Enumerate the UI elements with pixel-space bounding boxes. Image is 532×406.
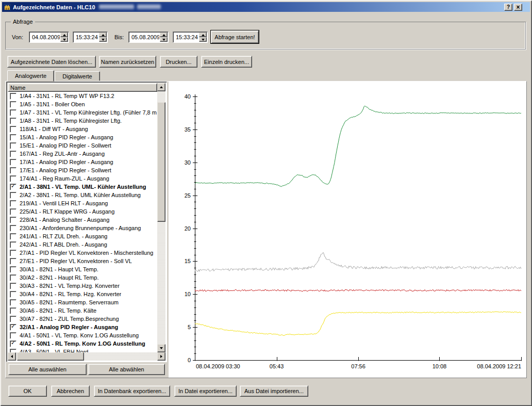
item-checkbox[interactable] bbox=[10, 200, 16, 207]
bis-date-input[interactable] bbox=[129, 33, 159, 42]
list-item[interactable]: 17/E1 - Analog PID Regler - Sollwert bbox=[8, 166, 157, 174]
item-checkbox[interactable] bbox=[10, 225, 16, 232]
von-date-spin-down-button[interactable] bbox=[60, 37, 68, 42]
list-column-header-name[interactable]: Name bbox=[8, 83, 157, 92]
close-button[interactable]: × bbox=[514, 4, 522, 11]
item-checkbox[interactable] bbox=[10, 167, 16, 174]
item-checkbox[interactable] bbox=[10, 126, 16, 133]
list-item[interactable]: 242/A1 - RLT ABL Dreh. - Ausgang bbox=[8, 240, 157, 249]
item-checkbox[interactable] bbox=[10, 159, 16, 166]
item-checkbox[interactable] bbox=[10, 142, 16, 149]
von-time-spin-up-button[interactable] bbox=[99, 33, 107, 37]
von-time-input[interactable] bbox=[74, 33, 98, 42]
list-item[interactable]: 30/A5 - 82N1 - Raumtemp. Serverraum bbox=[8, 298, 157, 306]
item-checkbox[interactable] bbox=[10, 109, 16, 116]
item-checkbox[interactable] bbox=[10, 274, 16, 281]
item-checkbox[interactable] bbox=[10, 283, 16, 289]
list-item[interactable]: 118/A1 - Diff WT - Ausgang bbox=[8, 125, 157, 133]
item-checkbox[interactable] bbox=[10, 175, 16, 182]
bis-date-spin-up-button[interactable] bbox=[160, 33, 168, 37]
vertical-scrollbar[interactable] bbox=[157, 83, 165, 352]
list-item[interactable]: 230/A1 - Anforderung Brunnenpumpe - Ausg… bbox=[8, 224, 157, 232]
export-to-database-button[interactable]: In Datenbank exportieren... bbox=[94, 385, 170, 397]
list-item[interactable]: 225/A1 - RLT Klappe WRG - Ausgang bbox=[8, 207, 157, 216]
import-from-file-button[interactable]: Aus Datei importieren... bbox=[240, 385, 308, 397]
list-item[interactable]: 30/A3 - 82N1 - VL Temp.Hzg. Konverter bbox=[8, 282, 157, 290]
print-single-button[interactable]: Einzeln drucken... bbox=[201, 56, 252, 68]
item-checkbox[interactable] bbox=[10, 184, 16, 190]
vertical-scrollbar-thumb[interactable] bbox=[157, 102, 165, 222]
item-checkbox[interactable] bbox=[10, 340, 16, 347]
scroll-left-button[interactable] bbox=[8, 352, 16, 361]
list-item[interactable]: 1/A5 - 31N1 - Boiler Oben bbox=[8, 100, 157, 108]
item-checkbox[interactable] bbox=[10, 266, 16, 273]
list-item[interactable]: 15/A1 - Analog PID Regler - Ausgang bbox=[8, 133, 157, 141]
von-date-spin-up-button[interactable] bbox=[60, 33, 68, 37]
list-item[interactable]: 30/A6 - 82N1 - RL Temp. Kälte bbox=[8, 306, 157, 315]
list-item[interactable]: 32/A1 - Analog PID Regler - Ausgang bbox=[8, 323, 157, 331]
cancel-button[interactable]: Abbrechen bbox=[51, 385, 90, 397]
list-item[interactable]: 4/A3 - 50N1 - VL FBH Nord bbox=[8, 348, 157, 352]
list-item[interactable]: 228/A1 - Analog Schalter - Ausgang bbox=[8, 216, 157, 224]
delete-recorded-data-button[interactable]: Aufgezeichnete Daten löschen... bbox=[7, 56, 96, 68]
item-checkbox[interactable] bbox=[10, 307, 16, 314]
item-checkbox[interactable] bbox=[10, 258, 16, 265]
item-checkbox[interactable] bbox=[10, 208, 16, 215]
print-button[interactable]: Drucken... bbox=[160, 56, 197, 68]
item-checkbox[interactable] bbox=[10, 324, 16, 331]
list-item[interactable]: 15/E1 - Analog PID Regler - Sollwert bbox=[8, 141, 157, 150]
item-checkbox[interactable] bbox=[10, 291, 16, 298]
export-to-file-button[interactable]: In Datei exportieren... bbox=[174, 385, 237, 397]
von-time-spin-down-button[interactable] bbox=[99, 37, 107, 42]
list-item[interactable]: 4/A2 - 50N1 - RL Temp. Konv 1.OG Ausstel… bbox=[8, 339, 157, 348]
list-item[interactable]: 167/A1 - Reg ZUL-Antr - Ausgang bbox=[8, 150, 157, 158]
list-item[interactable]: 27/E1 - PID Regler VL Konvektoren - Soll… bbox=[8, 257, 157, 265]
list-item[interactable]: 30/A4 - 82N1 - RL Temp. Hzg. Konverter bbox=[8, 290, 157, 298]
deselect-all-button[interactable]: Alle abwählen bbox=[88, 364, 165, 375]
bis-date-spin-down-button[interactable] bbox=[160, 37, 168, 42]
list-item[interactable]: 30/A2 - 82N1 - Haupt RL Temp. bbox=[8, 273, 157, 282]
reset-names-button[interactable]: Namen zurücksetzen bbox=[99, 56, 156, 68]
list-item[interactable]: 30/A1 - 82N1 - Haupt VL Temp. bbox=[8, 265, 157, 273]
scroll-right-button[interactable] bbox=[157, 352, 165, 361]
scroll-down-button[interactable] bbox=[157, 344, 165, 352]
item-checkbox[interactable] bbox=[10, 192, 16, 199]
help-button[interactable]: ? bbox=[504, 4, 512, 11]
item-checkbox[interactable] bbox=[10, 332, 16, 339]
select-all-button[interactable]: Alle auswählen bbox=[8, 364, 87, 375]
item-checkbox[interactable] bbox=[10, 101, 16, 108]
bis-time-spin-down-button[interactable] bbox=[199, 37, 207, 42]
horizontal-scrollbar-thumb[interactable] bbox=[17, 352, 84, 361]
list-item[interactable]: 1/A7 - 31N1 - VL Temp Kühlregister Lftg.… bbox=[8, 108, 157, 117]
item-checkbox[interactable] bbox=[10, 233, 16, 240]
scroll-up-button[interactable] bbox=[157, 83, 165, 91]
bis-time-input[interactable] bbox=[174, 33, 198, 42]
item-checkbox[interactable] bbox=[10, 349, 16, 353]
list-item[interactable]: 174/A1 - Reg Raum-ZUL - Ausgang bbox=[8, 174, 157, 183]
tab-analogwerte[interactable]: Analogwerte bbox=[7, 70, 54, 82]
list-item[interactable]: 2/A1 - 38N1 - VL Temp. UML- Kühler Auste… bbox=[8, 183, 157, 191]
list-item[interactable]: 27/A1 - PID Regler VL Konvektoren - Misc… bbox=[8, 249, 157, 257]
tab-digitalwerte[interactable]: Digitalwerte bbox=[55, 71, 100, 81]
item-checkbox[interactable] bbox=[10, 151, 16, 157]
list-item[interactable]: 2/A2 - 38N1 - RL Temp. UML Kühler Ausste… bbox=[8, 191, 157, 199]
ok-button[interactable]: OK bbox=[8, 385, 47, 397]
start-query-button[interactable]: Abfrage starten! bbox=[211, 30, 259, 43]
item-checkbox[interactable] bbox=[10, 241, 16, 248]
item-checkbox[interactable] bbox=[10, 118, 16, 124]
list-item[interactable]: 17/A1 - Analog PID Regler - Ausgang bbox=[8, 158, 157, 166]
titlebar[interactable]: Aufgezeichnete Daten - HLC10 ? × bbox=[2, 2, 530, 12]
item-checkbox[interactable] bbox=[10, 250, 16, 256]
item-checkbox[interactable] bbox=[10, 93, 16, 100]
list-item[interactable]: 1/A8 - 31N1 - RL Temp Kühlregister Lftg. bbox=[8, 117, 157, 125]
item-checkbox[interactable] bbox=[10, 316, 16, 322]
item-checkbox[interactable] bbox=[10, 217, 16, 223]
horizontal-scrollbar[interactable] bbox=[8, 352, 165, 361]
list-item[interactable]: 4/A1 - 50N1 - VL Temp. Konv 1.OG Ausstel… bbox=[8, 331, 157, 339]
item-checkbox[interactable] bbox=[10, 134, 16, 141]
list-item[interactable]: 30/A7 - 82N1 - ZUL Temp.Besprechung bbox=[8, 315, 157, 323]
list-item[interactable]: 219/A1 - Ventil LEH RLT - Ausgang bbox=[8, 199, 157, 207]
item-checkbox[interactable] bbox=[10, 299, 16, 306]
von-date-input[interactable] bbox=[30, 33, 60, 42]
list-item[interactable]: 241/A1 - RLT ZUL Dreh. - Ausgang bbox=[8, 232, 157, 240]
